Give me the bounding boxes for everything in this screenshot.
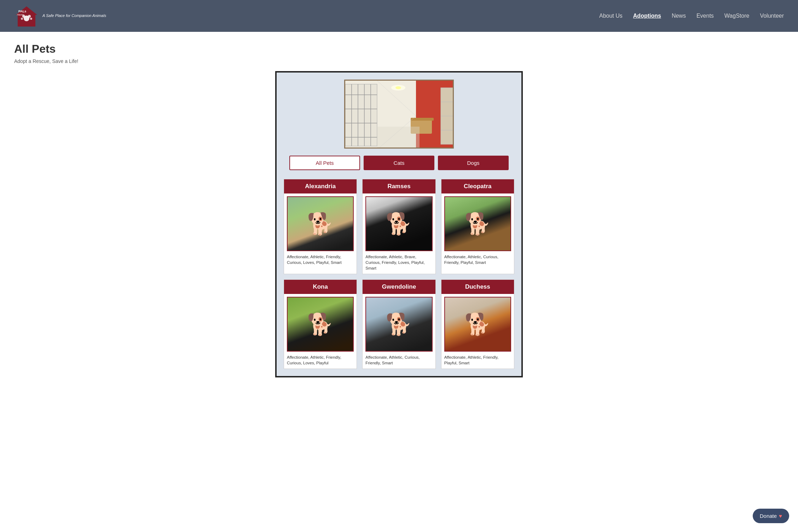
page-title: All Pets <box>14 42 784 56</box>
nav-item-wagstore[interactable]: WagStore <box>724 13 750 19</box>
nav-item-about-us[interactable]: About Us <box>599 13 623 19</box>
filter-row: All Pets Cats Dogs <box>284 156 514 170</box>
logo-icon: PALs Haven <box>14 4 39 28</box>
pet-card-header-gwendoline: Gwendoline <box>363 280 435 294</box>
nav-item-news[interactable]: News <box>672 13 686 19</box>
pet-card-header-kona: Kona <box>284 280 357 294</box>
svg-rect-25 <box>411 118 434 121</box>
pet-image-kona: 🐕 <box>287 297 354 352</box>
filter-cats-button[interactable]: Cats <box>364 156 434 170</box>
pet-card-header-cleopatra: Cleopatra <box>441 179 514 193</box>
svg-text:PALs: PALs <box>18 10 26 13</box>
pet-traits-duchess: Affectionate, Athletic, Friendly, Playfu… <box>444 354 511 366</box>
filter-dogs-button[interactable]: Dogs <box>438 156 509 170</box>
dog-photo-gwendoline: 🐕 <box>366 297 432 351</box>
pet-card-ramses[interactable]: Ramses 🐕 Affectionate, Athletic, Brave, … <box>362 179 435 274</box>
pet-image-ramses: 🐕 <box>365 196 432 251</box>
pet-traits-cleopatra: Affectionate, Athletic, Curious, Friendl… <box>444 254 511 265</box>
svg-point-4 <box>28 15 31 18</box>
filter-all-pets-button[interactable]: All Pets <box>289 156 360 170</box>
nav-item-adoptions[interactable]: Adoptions <box>633 13 661 19</box>
shelter-image <box>344 80 454 149</box>
dog-photo-duchess: 🐕 <box>445 297 510 351</box>
page-content: All Pets Adopt a Rescue, Save a Life! <box>0 32 798 388</box>
svg-point-23 <box>395 86 401 89</box>
nav-item-volunteer[interactable]: Volunteer <box>760 13 784 19</box>
shelter-image-container <box>284 80 514 149</box>
svg-rect-13 <box>345 84 377 146</box>
pet-traits-gwendoline: Affectionate, Athletic, Curious, Friendl… <box>365 354 432 366</box>
main-nav: About Us Adoptions News Events WagStore … <box>599 13 784 19</box>
pet-traits-alexandria: Affectionate, Athletic, Friendly, Curiou… <box>287 254 354 265</box>
dog-photo-kona: 🐕 <box>288 297 353 351</box>
pet-card-header-ramses: Ramses <box>363 179 435 193</box>
page-subtitle: Adopt a Rescue, Save a Life! <box>14 58 784 64</box>
pet-card-cleopatra[interactable]: Cleopatra 🐕 Affectionate, Athletic, Curi… <box>441 179 514 274</box>
dog-photo-alexandria: 🐕 <box>288 197 353 250</box>
dog-photo-ramses: 🐕 <box>366 197 432 250</box>
pet-image-gwendoline: 🐕 <box>365 297 432 352</box>
pet-card-body-duchess: 🐕 Affectionate, Athletic, Friendly, Play… <box>441 294 514 369</box>
svg-point-5 <box>21 18 23 20</box>
logo-tagline: A Safe Place for Companion Animals <box>42 13 106 18</box>
pet-card-body-kona: 🐕 Affectionate, Athletic, Friendly, Curi… <box>284 294 357 369</box>
main-panel: All Pets Cats Dogs Alexandria 🐕 Affectio… <box>275 71 523 377</box>
pet-image-duchess: 🐕 <box>444 297 511 352</box>
pet-traits-ramses: Affectionate, Athletic, Brave, Curious, … <box>365 254 432 271</box>
pet-card-duchess[interactable]: Duchess 🐕 Affectionate, Athletic, Friend… <box>441 279 514 369</box>
dog-photo-cleopatra: 🐕 <box>445 197 510 250</box>
pet-image-alexandria: 🐕 <box>287 196 354 251</box>
pet-image-cleopatra: 🐕 <box>444 196 511 251</box>
pet-card-gwendoline[interactable]: Gwendoline 🐕 Affectionate, Athletic, Cur… <box>362 279 435 369</box>
pet-card-header-duchess: Duchess <box>441 280 514 294</box>
pet-card-body-ramses: 🐕 Affectionate, Athletic, Brave, Curious… <box>363 193 435 274</box>
header: PALs Haven A Safe Place for Companion An… <box>0 0 798 32</box>
svg-rect-26 <box>377 127 420 149</box>
svg-text:Haven: Haven <box>17 13 24 16</box>
svg-point-6 <box>30 18 32 20</box>
pet-card-body-alexandria: 🐕 Affectionate, Athletic, Friendly, Curi… <box>284 193 357 268</box>
pet-card-body-gwendoline: 🐕 Affectionate, Athletic, Curious, Frien… <box>363 294 435 369</box>
pet-grid: Alexandria 🐕 Affectionate, Athletic, Fri… <box>284 179 514 369</box>
pet-traits-kona: Affectionate, Athletic, Friendly, Curiou… <box>287 354 354 366</box>
pet-card-body-cleopatra: 🐕 Affectionate, Athletic, Curious, Frien… <box>441 193 514 268</box>
logo-area[interactable]: PALs Haven A Safe Place for Companion An… <box>14 4 106 28</box>
pet-card-header-alexandria: Alexandria <box>284 179 357 193</box>
pet-card-kona[interactable]: Kona 🐕 Affectionate, Athletic, Friendly,… <box>284 279 357 369</box>
pet-card-alexandria[interactable]: Alexandria 🐕 Affectionate, Athletic, Fri… <box>284 179 357 274</box>
nav-item-events[interactable]: Events <box>696 13 714 19</box>
